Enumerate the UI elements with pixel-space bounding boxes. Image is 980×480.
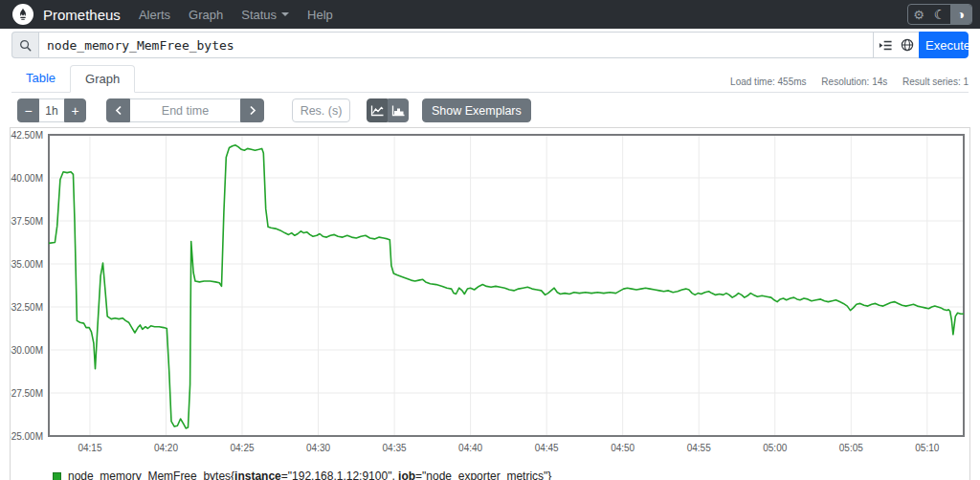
nav-item-help[interactable]: Help [307,8,333,22]
svg-text:04:35: 04:35 [383,443,407,453]
range-group: − + [17,98,86,122]
svg-text:537.50M: 537.50M [11,216,43,227]
query-bar: Execute [11,32,969,58]
stacked-graph-toggle-button[interactable] [388,98,409,122]
legend-item[interactable]: node_memory_MemFree_bytes{instance="192.… [53,469,969,480]
line-graph-toggle-button[interactable] [367,98,388,122]
theme-auto-contrast-icon[interactable]: ◑ [950,5,971,24]
line-chart-icon [370,105,384,117]
svg-text:04:20: 04:20 [154,443,178,453]
svg-text:04:15: 04:15 [78,443,101,453]
chart-type-toggle [367,98,409,122]
endtime-group [106,98,264,122]
time-forward-button[interactable] [240,98,264,122]
tab-table[interactable]: Table [11,65,70,92]
search-icon [19,39,32,52]
stacked-chart-icon [391,105,405,117]
globe-icon [901,38,914,52]
svg-text:532.50M: 532.50M [11,302,43,313]
theme-dark-moon-icon[interactable]: ☾ [929,5,950,24]
navbar: Prometheus Alerts Graph Status Help ⚙ ☾ … [0,0,980,29]
nav-item-graph[interactable]: Graph [189,8,223,22]
flame-icon [16,8,30,21]
resolution-input[interactable] [292,98,350,122]
search-addon [11,32,38,58]
prometheus-logo-icon[interactable] [12,4,33,25]
chevron-left-icon [115,105,122,116]
range-input[interactable] [39,98,64,122]
query-expression-input[interactable] [38,32,873,58]
nav-item-status[interactable]: Status [241,8,289,22]
result-series: Result series: 1 [902,76,969,87]
resolution: Resolution: 14s [821,76,887,87]
svg-text:527.50M: 527.50M [11,388,43,399]
series-label: node_memory_MemFree_bytes{instance="192.… [68,469,551,480]
svg-text:04:25: 04:25 [231,443,255,453]
tab-graph[interactable]: Graph [70,65,135,93]
brand-title[interactable]: Prometheus [43,7,121,23]
svg-text:04:30: 04:30 [306,443,330,453]
svg-text:535.00M: 535.00M [11,259,43,270]
tabbar: Table Graph Load time: 455ms Resolution:… [11,65,969,93]
svg-text:05:10: 05:10 [915,443,939,453]
theme-switcher: ⚙ ☾ ◑ [907,4,972,25]
graph-canvas[interactable]: 04:1504:2004:2504:3004:3504:4004:4504:50… [11,128,969,458]
nav-item-alerts[interactable]: Alerts [139,8,170,22]
graph-panel: 04:1504:2004:2504:3004:3504:4004:4504:50… [10,127,970,480]
svg-text:04:45: 04:45 [535,443,559,453]
show-exemplars-button[interactable]: Show Exemplars [422,98,531,122]
svg-text:04:40: 04:40 [458,443,482,453]
range-increase-button[interactable]: + [64,98,86,122]
eval-stats: Load time: 455ms Resolution: 14s Result … [718,76,969,87]
svg-text:530.00M: 530.00M [11,345,43,356]
globe-button[interactable] [896,32,919,58]
metrics-explorer-button[interactable] [873,32,896,58]
svg-text:04:55: 04:55 [687,443,711,453]
load-time: Load time: 455ms [730,76,807,87]
svg-text:525.00M: 525.00M [11,431,43,442]
theme-light-gear-icon[interactable]: ⚙ [908,5,929,24]
execute-button[interactable]: Execute [919,32,969,58]
svg-text:05:00: 05:00 [763,443,787,453]
svg-text:05:05: 05:05 [839,443,863,453]
series-color-swatch [53,472,61,480]
end-time-input[interactable] [130,98,240,122]
svg-text:540.00M: 540.00M [11,173,43,184]
svg-text:04:50: 04:50 [611,443,635,453]
svg-text:542.50M: 542.50M [11,130,43,141]
chevron-right-icon [249,105,256,116]
graph-controls: − + Show Exempla [17,98,969,122]
caret-down-icon [281,12,289,16]
time-back-button[interactable] [106,98,130,122]
metrics-explorer-icon [879,39,892,52]
range-decrease-button[interactable]: − [17,98,39,122]
